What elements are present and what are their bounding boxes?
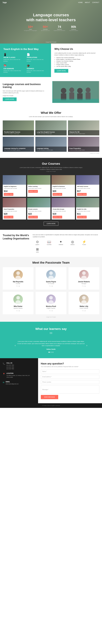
- facebook-icon[interactable]: f: [16, 286, 17, 287]
- avatar-silhouette-sasha: [46, 270, 56, 280]
- hero-image-from: Image from Freepik: [46, 41, 56, 43]
- logo-icon-1: ⊙: [33, 240, 42, 244]
- quote-mark: ": [3, 332, 99, 338]
- translations-icon: 📄: [27, 53, 48, 56]
- name-input[interactable]: [41, 370, 99, 374]
- team-socials-walter: f t in: [71, 310, 96, 312]
- logo-icon-4: ◎: [68, 240, 77, 244]
- instagram-icon[interactable]: in: [52, 310, 53, 312]
- phone-group: [41, 380, 99, 384]
- enroll-button-4[interactable]: ENROLL NOW: [77, 193, 87, 196]
- testimonial-next-button[interactable]: ›: [86, 344, 87, 347]
- course-body-1: English for Beginners Lorem ipsum dolor …: [3, 185, 26, 197]
- testimonial-dot-3[interactable]: [52, 352, 54, 353]
- logo-icon-5: ⚡: [80, 240, 89, 244]
- facebook-icon[interactable]: f: [16, 310, 17, 312]
- submit-button[interactable]: SEND MESSAGE: [41, 395, 58, 399]
- team-socials-nat: f t in: [6, 286, 31, 287]
- instagram-icon[interactable]: in: [52, 286, 53, 287]
- course-card-7: Private Mini-Groups Lorem ipsum dolor si…: [52, 198, 75, 220]
- teach-grid: 📱 ONLINE CLASSES Simple click, click to …: [4, 53, 48, 73]
- team-socials-jennie: f t in: [71, 286, 96, 287]
- facebook-icon[interactable]: f: [82, 286, 82, 287]
- hero-content: Language courseswith native-level teache…: [24, 12, 78, 31]
- instagram-icon[interactable]: in: [84, 310, 86, 312]
- testimonial-dot-2[interactable]: [50, 352, 52, 353]
- team-role-sasha: Co-Founder: [38, 283, 64, 284]
- why-learn-more-button[interactable]: LEARN MORE: [54, 69, 68, 73]
- svg-point-11: [16, 271, 20, 275]
- business-learn-more-button[interactable]: LEARN MORE: [3, 98, 16, 101]
- email-input[interactable]: [41, 375, 99, 379]
- phone-input[interactable]: [41, 380, 99, 384]
- testimonial-text: Lorem ipsum dolor sit amet, consectetur …: [17, 340, 85, 347]
- testimonial-nav: [3, 352, 99, 353]
- twitter-icon[interactable]: t: [18, 286, 18, 287]
- offer-image-from: Image from Freepik: [3, 152, 99, 154]
- team-title: Meet the Passionate Team: [3, 261, 99, 264]
- testimonial-dot-1[interactable]: [48, 352, 50, 353]
- course-card-4: Self-study Courses Lorem ipsum dolor sit…: [76, 175, 100, 197]
- logo-icon-2: 📖: [44, 240, 54, 244]
- twitter-icon[interactable]: t: [83, 310, 84, 312]
- twitter-icon[interactable]: t: [50, 286, 51, 287]
- facebook-icon[interactable]: f: [49, 310, 50, 312]
- enroll-button-5[interactable]: ENROLL NOW: [4, 216, 13, 218]
- nav-logo: logo: [3, 1, 7, 4]
- offer-card-1[interactable]: Flexible English Courses A short visi te…: [3, 120, 34, 136]
- facebook-icon[interactable]: f: [49, 286, 50, 287]
- course-img-7: [52, 198, 75, 208]
- enroll-button-3[interactable]: ENROLL NOW: [53, 193, 62, 196]
- svg-point-14: [48, 276, 54, 280]
- offer-card-3[interactable]: Classes For 30+ EA enim ad minim veniam …: [68, 120, 99, 136]
- svg-point-18: [15, 300, 21, 304]
- team-card-mila: Mila Parker Spanish Teacher f t in: [3, 292, 34, 314]
- course-img-1: [3, 175, 26, 185]
- stat-courses: 50+ Courses We don't just do it: [41, 25, 50, 31]
- enroll-button-6[interactable]: ENROLL NOW: [28, 216, 38, 218]
- facebook-icon[interactable]: f: [82, 310, 82, 312]
- offer-card-4[interactable]: Language training for companies Quis nos…: [3, 137, 34, 152]
- team-role-walter: French Teacher: [71, 308, 96, 309]
- course-img-5: [3, 198, 26, 208]
- instagram-icon[interactable]: in: [84, 286, 86, 287]
- contact-left: 📞 CALL US (12) 345 7890 (12) 345 7890 (1…: [0, 358, 38, 403]
- twitter-icon[interactable]: t: [83, 286, 84, 287]
- why-item: Sharpen Your Decision Making: [56, 60, 98, 62]
- course-card-3: English for Business Lorem ipsum dolor s…: [52, 175, 75, 197]
- enroll-button-2[interactable]: ENROLL NOW: [28, 190, 38, 193]
- course-img-2: [27, 175, 50, 185]
- nav-home[interactable]: HOME: [78, 2, 83, 3]
- instagram-icon[interactable]: in: [19, 310, 20, 312]
- team-name-walter: Walter Lilly: [71, 306, 96, 307]
- offer-card-6[interactable]: Exam Preparation Ut enim ad minim veniam…: [68, 137, 99, 152]
- team-name-monica: Monica Pouli: [38, 306, 64, 307]
- twitter-icon[interactable]: t: [50, 310, 51, 312]
- course-body-4: Self-study Courses Lorem ipsum dolor sit…: [76, 185, 100, 197]
- offer-title: What We Offer: [3, 111, 99, 114]
- trusted-right: Duis aute irure dolor in reprehenderit i…: [33, 234, 99, 253]
- course-img-8: [76, 198, 100, 208]
- contact-right: Have any question? Your email address wi…: [38, 358, 102, 403]
- nav-contact[interactable]: CONTACT: [92, 2, 99, 3]
- testimonial-prev-button[interactable]: ‹: [15, 344, 16, 347]
- twitter-icon[interactable]: t: [18, 310, 18, 312]
- offer-card-2[interactable]: Long-Term English Courses A short visi t…: [35, 120, 67, 136]
- team-card-monica: Monica Pouli English Teacher f t in: [36, 292, 66, 314]
- courses-learn-more-button[interactable]: LEARN MORE: [44, 222, 58, 226]
- seminare-icon: 📚: [4, 64, 24, 67]
- avatar-silhouette-mila: [13, 294, 23, 304]
- enroll-button-1[interactable]: ENROLL NOW: [4, 193, 13, 196]
- offer-overlay-2: Long-Term English Courses A short visi t…: [35, 130, 67, 136]
- enroll-button-8[interactable]: ENROLL NOW: [77, 216, 87, 218]
- instagram-icon[interactable]: in: [19, 286, 20, 287]
- message-input[interactable]: [41, 386, 99, 394]
- team-avatar-monica: [46, 294, 56, 304]
- course-card-5: Exam Preparation Lorem ipsum dolor sit a…: [3, 198, 26, 220]
- offer-card-5[interactable]: Language training Ut enim ad ipsum of ve…: [35, 137, 67, 152]
- courses-title: Our Courses: [3, 162, 99, 166]
- enroll-button-7[interactable]: ENROLL NOW: [53, 216, 62, 218]
- testimonial-section: What our learners say " ‹ Lorem ipsum do…: [0, 322, 102, 358]
- avatar-silhouette-nat: [13, 270, 23, 280]
- nav-about[interactable]: ABOUT: [85, 2, 90, 3]
